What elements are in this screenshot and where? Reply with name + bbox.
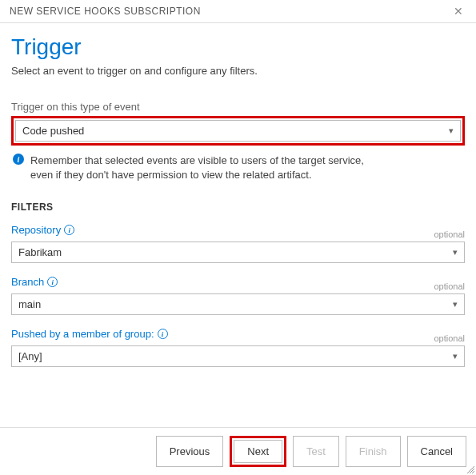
event-type-label: Trigger on this type of event xyxy=(11,101,465,113)
info-icon: i xyxy=(13,154,24,165)
repository-value: Fabrikam xyxy=(18,246,62,258)
next-button-highlight: Next xyxy=(230,436,286,467)
group-value: [Any] xyxy=(18,350,42,362)
optional-tag: optional xyxy=(434,333,465,343)
branch-label: Branch i xyxy=(11,276,58,288)
test-button: Test xyxy=(293,436,339,467)
chevron-down-icon: ▾ xyxy=(453,351,458,361)
next-button[interactable]: Next xyxy=(234,440,282,463)
info-text: Remember that selected events are visibl… xyxy=(30,154,366,182)
branch-value: main xyxy=(18,298,41,310)
chevron-down-icon: ▾ xyxy=(449,126,454,136)
event-type-highlight: Code pushed ▾ xyxy=(11,116,465,146)
optional-tag: optional xyxy=(434,230,465,239)
group-label: Pushed by a member of group: i xyxy=(11,328,168,340)
dialog-content: Trigger Select an event to trigger on an… xyxy=(0,23,476,367)
branch-select[interactable]: main ▾ xyxy=(11,293,465,315)
page-title: Trigger xyxy=(11,34,465,60)
filters-header: FILTERS xyxy=(11,202,465,213)
filter-branch: Branch i optional main ▾ xyxy=(11,276,465,315)
titlebar: NEW SERVICE HOOKS SUBSCRIPTION ✕ xyxy=(0,0,476,23)
optional-tag: optional xyxy=(434,281,465,291)
info-note: i Remember that selected events are visi… xyxy=(13,154,463,182)
resize-grip-icon[interactable] xyxy=(465,464,474,473)
repository-select[interactable]: Fabrikam ▾ xyxy=(11,241,465,263)
close-icon[interactable]: ✕ xyxy=(450,5,467,18)
dialog-footer: Previous Next Test Finish Cancel xyxy=(0,427,476,475)
info-icon[interactable]: i xyxy=(64,225,74,235)
filter-repository: Repository i optional Fabrikam ▾ xyxy=(11,224,465,263)
chevron-down-icon: ▾ xyxy=(453,247,458,257)
event-type-select[interactable]: Code pushed ▾ xyxy=(15,120,461,142)
finish-button: Finish xyxy=(346,436,401,467)
window-title: NEW SERVICE HOOKS SUBSCRIPTION xyxy=(10,6,201,17)
previous-button[interactable]: Previous xyxy=(156,436,224,467)
event-type-value: Code pushed xyxy=(22,125,84,137)
cancel-button[interactable]: Cancel xyxy=(407,436,466,467)
info-icon[interactable]: i xyxy=(158,329,168,339)
filter-group: Pushed by a member of group: i optional … xyxy=(11,328,465,367)
info-icon[interactable]: i xyxy=(47,277,58,287)
group-select[interactable]: [Any] ▾ xyxy=(11,345,465,367)
chevron-down-icon: ▾ xyxy=(453,299,458,309)
page-subtitle: Select an event to trigger on and config… xyxy=(11,65,465,77)
repository-label: Repository i xyxy=(11,224,74,236)
